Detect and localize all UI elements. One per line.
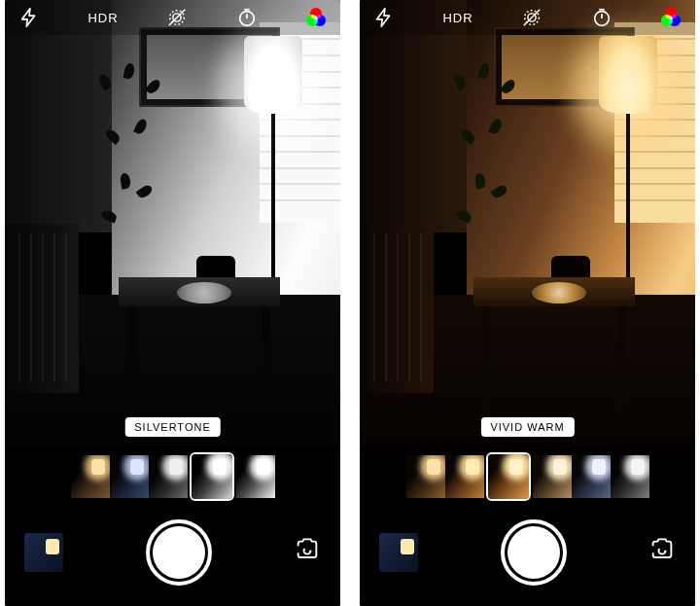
switch-camera-icon[interactable]	[294, 537, 321, 568]
filters-icon[interactable]	[660, 7, 682, 28]
live-photo-icon[interactable]	[166, 7, 188, 28]
last-photo-thumbnail[interactable]	[379, 533, 418, 572]
filter-name-badge: SILVERTONE	[124, 417, 220, 437]
controls-row	[360, 513, 695, 606]
live-preview	[5, 0, 340, 446]
svg-point-3	[239, 12, 254, 26]
svg-line-2	[169, 10, 186, 26]
bottom-panel	[5, 446, 340, 606]
filter-thumbnail[interactable]	[611, 455, 649, 498]
filter-strip-right	[406, 455, 649, 504]
filter-strip-left	[71, 455, 275, 504]
filter-thumbnail-strip[interactable]	[360, 446, 695, 513]
viewfinder[interactable]	[360, 0, 695, 446]
camera-screen-silvertone: HDR	[5, 0, 340, 606]
filter-thumbnail[interactable]	[406, 455, 445, 498]
shutter-button[interactable]	[501, 519, 567, 586]
top-toolbar: HDR	[360, 0, 695, 35]
filter-thumbnail-strip[interactable]	[5, 446, 340, 513]
filter-thumbnail[interactable]	[71, 455, 110, 498]
filter-thumbnail[interactable]	[190, 452, 234, 501]
hdr-button[interactable]: HDR	[88, 11, 118, 25]
viewfinder[interactable]	[5, 0, 340, 446]
flash-icon[interactable]	[18, 7, 40, 28]
switch-camera-icon[interactable]	[648, 537, 676, 568]
filter-thumbnail[interactable]	[236, 455, 275, 498]
shutter-button[interactable]	[146, 519, 212, 586]
last-photo-thumbnail[interactable]	[24, 533, 63, 572]
controls-row	[5, 513, 340, 606]
timer-icon[interactable]	[236, 7, 258, 28]
hdr-button[interactable]: HDR	[442, 11, 472, 25]
flash-icon[interactable]	[373, 7, 395, 28]
filter-thumbnail[interactable]	[110, 455, 149, 498]
filter-thumbnail[interactable]	[572, 455, 611, 498]
camera-screen-vivid-warm: HDR	[360, 0, 695, 606]
filter-thumbnail[interactable]	[445, 455, 484, 498]
top-toolbar: HDR	[5, 0, 340, 35]
live-preview	[360, 0, 695, 446]
timer-icon[interactable]	[591, 7, 612, 28]
filter-thumbnail[interactable]	[149, 455, 188, 498]
filter-thumbnail[interactable]	[486, 452, 531, 501]
filters-icon[interactable]	[305, 7, 327, 28]
svg-line-6	[524, 10, 541, 26]
filter-name-badge: VIVID WARM	[480, 417, 574, 437]
bottom-panel	[360, 446, 695, 606]
live-photo-icon[interactable]	[521, 7, 542, 28]
filter-thumbnail[interactable]	[533, 455, 572, 498]
svg-point-7	[594, 12, 609, 26]
